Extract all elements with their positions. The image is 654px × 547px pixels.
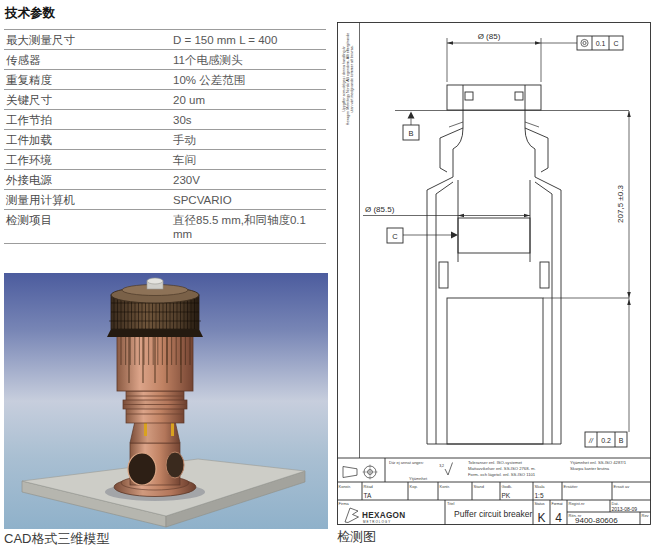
status-value: K bbox=[537, 511, 545, 525]
inspection-drawing: Uppgifter som delges i denna handling är… bbox=[337, 22, 651, 525]
dim-top-label: Ø (85) bbox=[478, 32, 501, 41]
cad-3d-model-image bbox=[4, 273, 328, 529]
param-value: 230V bbox=[173, 173, 325, 187]
projection-symbol-icon bbox=[343, 465, 378, 480]
sheet-border bbox=[338, 23, 651, 525]
fcf-conc-datum: C bbox=[613, 40, 618, 47]
godk-value: PK bbox=[502, 492, 511, 499]
ritad-value: TA bbox=[364, 492, 372, 499]
note-anges: Där ej annat anges: bbox=[389, 460, 424, 465]
table-row: 重复精度10% 公差范围 bbox=[4, 70, 326, 90]
svg-text:Toleranser enl. ISO-systemet: Toleranser enl. ISO-systemet bbox=[468, 460, 523, 465]
svg-text:Kontr.: Kontr. bbox=[440, 484, 450, 489]
note-ytjamnhet: Ytjämnhet bbox=[409, 476, 428, 481]
svg-text:Ritad: Ritad bbox=[364, 484, 373, 489]
param-label: 传感器 bbox=[6, 53, 173, 67]
svg-text:utan vårt medgivande kommer at: utan vårt medgivande kommer att beivras. bbox=[350, 45, 354, 112]
cad-render bbox=[4, 273, 328, 529]
table-row: 测量用计算机SPCVARIO bbox=[4, 190, 326, 210]
param-label: 检测项目 bbox=[6, 213, 173, 241]
table-row: 传感器11个电感测头 bbox=[4, 50, 326, 70]
tech-params-table: 技术参数 最大测量尺寸D = 150 mm L = 400 传感器11个电感测头… bbox=[4, 5, 326, 244]
table-row: 工作节拍30s bbox=[4, 110, 326, 130]
fcf-concentricity: 0.1 C bbox=[577, 36, 623, 50]
drawing-caption: 检测图 bbox=[337, 528, 376, 546]
svg-text:Skala: Skala bbox=[535, 484, 546, 489]
fcf-conc-value: 0.1 bbox=[596, 40, 606, 47]
param-value: 30s bbox=[173, 113, 325, 127]
svg-text:Firma: Firma bbox=[339, 501, 350, 506]
fcf-parallelism: // 0.2 B bbox=[585, 432, 627, 447]
date-value: 2013-08-09 bbox=[612, 506, 638, 512]
table-row: 工作环境车间 bbox=[4, 150, 326, 170]
brand-name: HEXAGON bbox=[362, 511, 406, 520]
svg-text:Ersatt av: Ersatt av bbox=[614, 484, 630, 489]
svg-text:Ytjämnhet enl. SS-ISO 4287/1: Ytjämnhet enl. SS-ISO 4287/1 bbox=[570, 460, 627, 465]
table-row: 检测项目直径85.5 mm,和同轴度0.1 mm bbox=[4, 210, 326, 244]
yellow-mark bbox=[171, 422, 174, 436]
params-rows: 最大测量尺寸D = 150 mm L = 400 传感器11个电感测头 重复精度… bbox=[4, 29, 326, 244]
fcf-par-datum: B bbox=[619, 437, 624, 444]
format-value: 4 bbox=[555, 511, 562, 525]
table-row: 关键尺寸20 um bbox=[4, 90, 326, 110]
surface-roughness-icon: 3,2 bbox=[439, 463, 452, 476]
dim-bore-diameter: Ø (85.5) bbox=[363, 205, 530, 217]
cad-caption: CAD格式三维模型 bbox=[4, 530, 109, 547]
drawing-number: 9400-80606 bbox=[575, 516, 618, 525]
yellow-mark bbox=[144, 422, 147, 436]
datum-b-label: B bbox=[408, 129, 413, 138]
param-value: 直径85.5 mm,和同轴度0.1 mm bbox=[173, 213, 325, 241]
part-outline bbox=[427, 85, 561, 444]
svg-text:Ersätter: Ersätter bbox=[564, 484, 579, 489]
param-value: SPCVARIO bbox=[173, 193, 325, 207]
drawing-title: Puffer circuit breaker bbox=[454, 509, 532, 519]
param-value: D = 150 mm L = 400 bbox=[173, 33, 325, 47]
confidentiality-note: Uppgifter som delges i denna handling är… bbox=[342, 33, 355, 125]
dim-height: 207,5 ±0.3 bbox=[543, 111, 631, 432]
param-label: 测量用计算机 bbox=[6, 193, 173, 207]
svg-text:Titel: Titel bbox=[447, 501, 455, 506]
param-label: 工作环境 bbox=[6, 153, 173, 167]
table-row: 外接电源230V bbox=[4, 170, 326, 190]
param-value: 11个电感测头 bbox=[173, 53, 325, 67]
dim-height-label: 207,5 ±0.3 bbox=[616, 185, 625, 223]
param-value: 手动 bbox=[173, 133, 325, 147]
datum-b-flag: B bbox=[395, 111, 629, 141]
table-row: 工件加载手动 bbox=[4, 130, 326, 150]
param-label: 重复精度 bbox=[6, 73, 173, 87]
scale-value: 1:5 bbox=[535, 492, 544, 499]
svg-text:Skarpa kanter brutna: Skarpa kanter brutna bbox=[570, 466, 610, 471]
svg-text:Måttavvikelser enl. SS-ISO 276: Måttavvikelser enl. SS-ISO 2768- m. bbox=[468, 466, 536, 471]
parallelism-icon: // bbox=[588, 437, 594, 444]
param-label: 最大测量尺寸 bbox=[6, 33, 173, 47]
param-label: 关键尺寸 bbox=[6, 93, 173, 107]
param-label: 工件加载 bbox=[6, 133, 173, 147]
param-label: 外接电源 bbox=[6, 173, 173, 187]
svg-text:Regist.nr: Regist.nr bbox=[569, 501, 586, 506]
dim-top-diameter: Ø (85) bbox=[447, 32, 577, 82]
param-label: 工作节拍 bbox=[6, 113, 173, 127]
table-row: 最大测量尺寸D = 150 mm L = 400 bbox=[4, 30, 326, 50]
svg-text:Format: Format bbox=[552, 502, 563, 506]
title-block: Där ej annat anges: Ytjämnhet 3,2 Tolera… bbox=[338, 458, 651, 525]
param-value: 10% 公差范围 bbox=[173, 73, 325, 87]
svg-text:Konstr.: Konstr. bbox=[339, 484, 351, 489]
roughness-value: 3,2 bbox=[439, 464, 444, 468]
fcf-par-value: 0.2 bbox=[601, 437, 611, 444]
datum-c-flag: C bbox=[387, 228, 458, 243]
svg-text:Status: Status bbox=[535, 502, 545, 506]
svg-text:Godk.: Godk. bbox=[502, 484, 513, 489]
params-title: 技术参数 bbox=[5, 5, 326, 22]
svg-text:Rev: Rev bbox=[642, 513, 649, 518]
page: 技术参数 最大测量尺寸D = 150 mm L = 400 传感器11个电感测头… bbox=[0, 0, 654, 547]
param-value: 20 um bbox=[173, 93, 325, 107]
brand-subtitle: METROLOGY bbox=[363, 520, 391, 524]
concentricity-icon bbox=[581, 39, 588, 46]
dim-bore-label: Ø (85.5) bbox=[365, 205, 395, 214]
svg-text:Kop.: Kop. bbox=[410, 484, 418, 489]
datum-c-label: C bbox=[392, 232, 398, 241]
param-value: 车间 bbox=[173, 153, 325, 167]
svg-text:Dat.: Dat. bbox=[612, 501, 619, 506]
svg-text:Form- och lägetol. enl. SS-ISO: Form- och lägetol. enl. SS-ISO 1101 bbox=[468, 472, 536, 477]
svg-text:Stand: Stand bbox=[474, 484, 484, 489]
